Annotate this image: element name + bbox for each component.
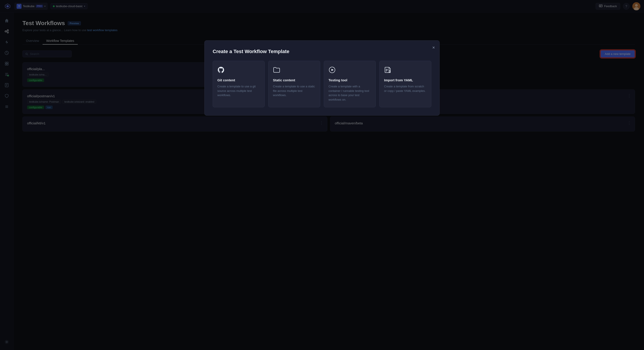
play-circle-svg (328, 66, 336, 74)
template-option-import-yaml[interactable]: Import from YAML Create a template from … (379, 61, 431, 107)
modal-close-button[interactable]: × (432, 45, 435, 50)
option-title: Static content (273, 78, 316, 82)
import-svg (384, 66, 391, 74)
create-template-modal: Create a Test Workflow Template × Git co… (204, 40, 440, 116)
template-options: Git content Create a template to use a g… (213, 61, 431, 107)
template-option-testing-tool[interactable]: Testing tool Create a template with a co… (324, 61, 376, 107)
template-option-git[interactable]: Git content Create a template to use a g… (213, 61, 265, 107)
folder-svg (273, 66, 280, 74)
option-desc: Create a template with a container / run… (328, 84, 371, 102)
option-desc: Create a template from scratch or copy /… (384, 84, 427, 93)
option-title: Git content (217, 78, 260, 82)
template-option-static[interactable]: Static content Create a template to use … (268, 61, 320, 107)
option-desc: Create a template to use a static file a… (273, 84, 316, 98)
github-svg (217, 66, 224, 74)
play-circle-icon (328, 66, 371, 75)
modal-overlay[interactable]: Create a Test Workflow Template × Git co… (0, 0, 644, 350)
svg-marker-29 (332, 69, 334, 71)
option-desc: Create a template to use a git source ac… (217, 84, 260, 98)
modal-title: Create a Test Workflow Template (213, 48, 431, 54)
import-icon (384, 66, 427, 75)
option-title: Import from YAML (384, 78, 427, 82)
option-title: Testing tool (328, 78, 371, 82)
git-icon (217, 66, 260, 75)
folder-icon (273, 66, 316, 75)
